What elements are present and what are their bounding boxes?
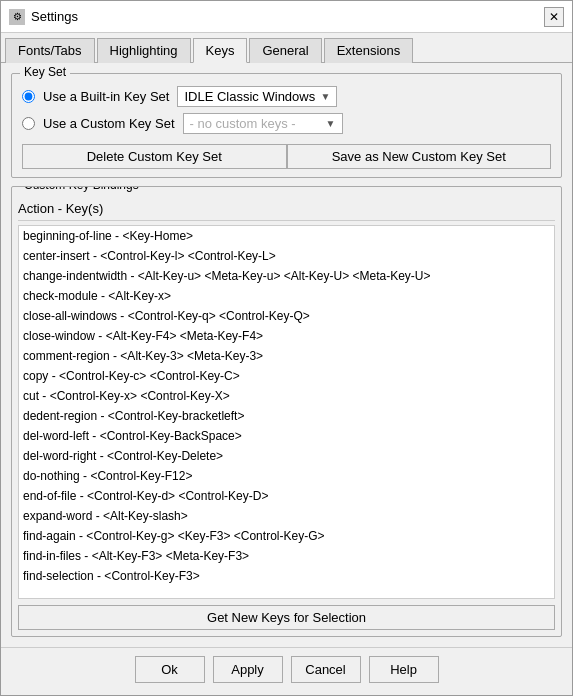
- main-content: Key Set Use a Built-in Key Set IDLE Clas…: [1, 63, 572, 647]
- list-item[interactable]: find-again - <Control-Key-g> <Key-F3> <C…: [19, 526, 554, 546]
- key-set-title: Key Set: [20, 65, 70, 79]
- list-item[interactable]: expand-word - <Alt-Key-slash>: [19, 506, 554, 526]
- list-item[interactable]: dedent-region - <Control-Key-bracketleft…: [19, 406, 554, 426]
- list-item[interactable]: close-window - <Alt-Key-F4> <Meta-Key-F4…: [19, 326, 554, 346]
- list-item[interactable]: del-word-left - <Control-Key-BackSpace>: [19, 426, 554, 446]
- list-item[interactable]: copy - <Control-Key-c> <Control-Key-C>: [19, 366, 554, 386]
- list-item[interactable]: close-all-windows - <Control-Key-q> <Con…: [19, 306, 554, 326]
- list-item[interactable]: center-insert - <Control-Key-l> <Control…: [19, 246, 554, 266]
- title-bar: ⚙ Settings ✕: [1, 1, 572, 33]
- list-item[interactable]: end-of-file - <Control-Key-d> <Control-K…: [19, 486, 554, 506]
- key-set-group: Key Set Use a Built-in Key Set IDLE Clas…: [11, 73, 562, 178]
- bindings-list[interactable]: beginning-of-line - <Key-Home>center-ins…: [18, 225, 555, 599]
- list-item[interactable]: beginning-of-line - <Key-Home>: [19, 226, 554, 246]
- get-new-keys-button[interactable]: Get New Keys for Selection: [18, 605, 555, 630]
- custom-key-bindings-group: Custom Key Bindings Action - Key(s) begi…: [11, 186, 562, 637]
- tab-extensions[interactable]: Extensions: [324, 38, 414, 63]
- list-item[interactable]: change-indentwidth - <Alt-Key-u> <Meta-K…: [19, 266, 554, 286]
- settings-window: ⚙ Settings ✕ Fonts/Tabs Highlighting Key…: [0, 0, 573, 696]
- dropdown-arrow-icon: ▼: [321, 91, 331, 102]
- tabs-bar: Fonts/Tabs Highlighting Keys General Ext…: [1, 33, 572, 63]
- tab-highlighting[interactable]: Highlighting: [97, 38, 191, 63]
- save-new-custom-key-set-button[interactable]: Save as New Custom Key Set: [287, 144, 552, 169]
- help-button[interactable]: Help: [369, 656, 439, 683]
- builtin-keyset-dropdown[interactable]: IDLE Classic Windows ▼: [177, 86, 337, 107]
- apply-button[interactable]: Apply: [213, 656, 283, 683]
- list-item[interactable]: check-module - <Alt-Key-x>: [19, 286, 554, 306]
- keyset-buttons: Delete Custom Key Set Save as New Custom…: [22, 144, 551, 169]
- list-item[interactable]: del-word-right - <Control-Key-Delete>: [19, 446, 554, 466]
- bottom-bar: Ok Apply Cancel Help: [1, 647, 572, 695]
- builtin-keyset-radio[interactable]: [22, 90, 35, 103]
- builtin-keyset-label: Use a Built-in Key Set: [43, 89, 169, 104]
- list-item[interactable]: find-in-files - <Alt-Key-F3> <Meta-Key-F…: [19, 546, 554, 566]
- bindings-group-title: Custom Key Bindings: [20, 186, 143, 192]
- custom-keyset-radio[interactable]: [22, 117, 35, 130]
- custom-keyset-row: Use a Custom Key Set - no custom keys - …: [22, 113, 551, 134]
- bindings-column-header: Action - Key(s): [18, 199, 555, 221]
- window-icon: ⚙: [9, 9, 25, 25]
- custom-dropdown-arrow-icon: ▼: [326, 118, 336, 129]
- tab-keys[interactable]: Keys: [193, 38, 248, 63]
- list-item[interactable]: find-selection - <Control-Key-F3>: [19, 566, 554, 586]
- list-item[interactable]: cut - <Control-Key-x> <Control-Key-X>: [19, 386, 554, 406]
- list-item[interactable]: do-nothing - <Control-Key-F12>: [19, 466, 554, 486]
- custom-keyset-dropdown[interactable]: - no custom keys - ▼: [183, 113, 343, 134]
- list-item[interactable]: comment-region - <Alt-Key-3> <Meta-Key-3…: [19, 346, 554, 366]
- window-title: Settings: [31, 9, 78, 24]
- delete-custom-key-set-button[interactable]: Delete Custom Key Set: [22, 144, 287, 169]
- tab-fonts-tabs[interactable]: Fonts/Tabs: [5, 38, 95, 63]
- ok-button[interactable]: Ok: [135, 656, 205, 683]
- tab-general[interactable]: General: [249, 38, 321, 63]
- close-button[interactable]: ✕: [544, 7, 564, 27]
- builtin-keyset-value: IDLE Classic Windows: [184, 89, 315, 104]
- custom-keyset-value: - no custom keys -: [190, 116, 296, 131]
- custom-keyset-label: Use a Custom Key Set: [43, 116, 175, 131]
- builtin-keyset-row: Use a Built-in Key Set IDLE Classic Wind…: [22, 86, 551, 107]
- cancel-button[interactable]: Cancel: [291, 656, 361, 683]
